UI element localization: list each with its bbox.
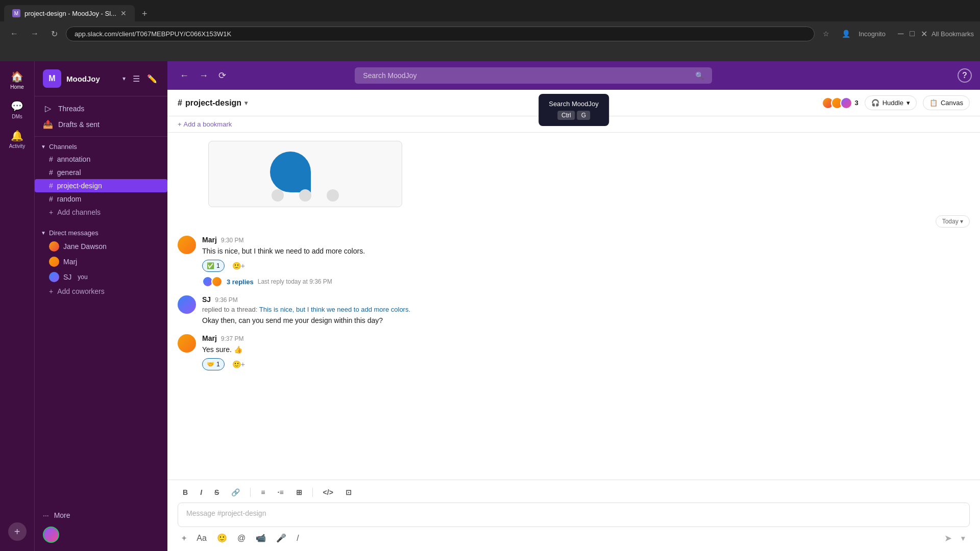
new-tab-button[interactable]: + <box>137 7 153 21</box>
user-profile[interactable] <box>35 522 167 547</box>
minimize-button[interactable]: ─ <box>898 29 903 38</box>
ordered-list-button[interactable]: ≡ <box>258 486 268 498</box>
back-nav-button[interactable]: ← <box>176 68 193 83</box>
add-reaction-button-3[interactable]: 🙂+ <box>228 358 250 370</box>
forward-button[interactable]: → <box>27 26 43 41</box>
message-2: SJ 9:36 PM replied to a thread: This is … <box>178 295 970 326</box>
message-input-box[interactable]: Message #project-design <box>178 503 970 527</box>
close-button[interactable]: ✕ <box>921 29 927 39</box>
channel-item-project-design[interactable]: # project-design <box>35 179 167 192</box>
channel-project-design-label: project-design <box>57 182 102 190</box>
sidebar-item-threads[interactable]: ▷ Threads <box>35 101 167 116</box>
threads-icon: ▷ <box>43 104 53 113</box>
font-button[interactable]: Aa <box>194 532 209 545</box>
channels-section-header[interactable]: ▼ Channels <box>35 141 167 153</box>
messages-area[interactable]: Today ▾ Marj 9:30 PM This is nice, but I… <box>167 133 980 480</box>
dm-section-header[interactable]: ▼ Direct messages <box>35 227 167 239</box>
tab-favicon: M <box>12 9 20 17</box>
sidebar-item-drafts[interactable]: 📤 Drafts & sent <box>35 116 167 132</box>
search-bar[interactable]: 🔍 <box>355 67 712 84</box>
date-divider: Today ▾ <box>178 215 970 228</box>
dm-item-marj[interactable]: Marj <box>35 254 167 269</box>
dm-item-sj[interactable]: SJ you <box>35 269 167 285</box>
address-bar[interactable]: app.slack.com/client/T067MEBPPUY/C066X15… <box>66 27 815 41</box>
add-bookmark-button[interactable]: + Add a bookmark <box>178 120 232 128</box>
input-actions: + Aa 🙂 @ 📹 🎤 / ➤ ▾ <box>178 531 970 545</box>
left-nav-activity[interactable]: 🔔 Activity <box>4 126 31 153</box>
thread-last-reply: Last reply today at 9:36 PM <box>258 278 332 285</box>
unordered-list-button[interactable]: ·≡ <box>275 486 287 498</box>
canvas-button[interactable]: 📋 Canvas <box>923 95 970 110</box>
channels-section-label: Channels <box>49 143 77 151</box>
add-coworkers-icon: + <box>49 287 53 295</box>
dm-section-label: Direct messages <box>49 229 99 237</box>
replied-link[interactable]: This is nice, but I think we need to add… <box>259 306 410 313</box>
strikethrough-button[interactable]: S <box>211 486 222 498</box>
reaction-thumbsup[interactable]: 🤝 1 <box>202 358 225 370</box>
video-button[interactable]: 📹 <box>254 531 268 545</box>
italic-button[interactable]: I <box>197 486 205 498</box>
channel-item-random[interactable]: # random <box>35 192 167 206</box>
add-coworkers-button[interactable]: + Add coworkers <box>35 285 167 298</box>
slash-button[interactable]: / <box>295 532 301 545</box>
huddle-button[interactable]: 🎧 Huddle ▾ <box>865 95 917 110</box>
add-workspace-button[interactable]: + <box>8 522 27 541</box>
channel-name: project-design <box>185 98 241 108</box>
reaction-emoji-3: 🤝 <box>207 361 214 368</box>
filter-button[interactable]: ☰ <box>131 73 142 85</box>
input-toolbar: B I S 🔗 ≡ ·≡ ⊞ </> ⊡ <box>178 486 970 498</box>
send-options-button[interactable]: ▾ <box>958 532 968 544</box>
left-nav-dms[interactable]: 💬 DMs <box>4 96 31 123</box>
channel-item-general[interactable]: # general <box>35 166 167 179</box>
maximize-button[interactable]: □ <box>910 29 915 38</box>
msg-content-3: Marj 9:37 PM Yes sure. 👍 🤝 1 🙂+ <box>202 334 970 370</box>
compose-button[interactable]: ✏️ <box>145 73 159 85</box>
reaction-checkmark[interactable]: ✅ 1 <box>202 260 225 272</box>
member-avatars[interactable]: 3 <box>822 97 858 109</box>
activity-icon: 🔔 <box>11 130 23 142</box>
dm-item-jane[interactable]: Jane Dawson <box>35 239 167 254</box>
workspace-header[interactable]: M MoodJoy ▾ ☰ ✏️ <box>35 61 167 96</box>
active-tab[interactable]: M project-design - MoodJoy - Sl... ✕ <box>4 5 135 21</box>
msg-reactions-3: 🤝 1 🙂+ <box>202 358 970 370</box>
audio-button[interactable]: 🎤 <box>274 531 288 545</box>
add-channels-button[interactable]: + Add channels <box>35 206 167 219</box>
thread-replies-1[interactable]: 3 replies Last reply today at 9:36 PM <box>202 276 970 287</box>
emoji-button[interactable]: 🙂 <box>215 531 229 545</box>
block-button[interactable]: ⊞ <box>293 486 305 498</box>
channel-chevron-icon[interactable]: ▾ <box>244 99 248 107</box>
more-button[interactable]: ··· More <box>35 508 167 522</box>
left-nav-home[interactable]: 🏠 Home <box>4 66 31 94</box>
mention-button[interactable]: @ <box>235 532 248 545</box>
bookmark-button[interactable]: ☆ <box>819 28 834 40</box>
msg-author-1: Marj <box>202 236 217 244</box>
reload-button[interactable]: ↻ <box>47 26 62 42</box>
preview-ctrl-1 <box>272 189 284 202</box>
activity-label: Activity <box>9 143 26 149</box>
thread-replies-count: 3 replies <box>227 278 254 286</box>
bold-button[interactable]: B <box>180 486 191 498</box>
sidebar-nav: ▷ Threads 📤 Drafts & sent <box>35 96 167 137</box>
help-button[interactable]: ? <box>958 68 972 83</box>
search-input[interactable] <box>363 71 691 80</box>
channel-hash: # <box>178 98 182 108</box>
dm-sj-label: SJ <box>63 273 71 281</box>
dms-label: DMs <box>12 114 22 119</box>
code-button[interactable]: </> <box>320 486 336 498</box>
history-nav-button[interactable]: ⟳ <box>214 68 230 83</box>
dm-avatar-sj <box>49 272 59 282</box>
close-tab-button[interactable]: ✕ <box>120 9 127 17</box>
forward-nav-button[interactable]: → <box>195 68 212 83</box>
date-badge[interactable]: Today ▾ <box>936 215 970 228</box>
channel-item-annotation[interactable]: # annotation <box>35 153 167 166</box>
member-count: 3 <box>854 99 858 107</box>
attach-button[interactable]: + <box>180 532 188 545</box>
send-button[interactable]: ➤ <box>944 533 952 544</box>
workspace-avatar: M <box>43 69 61 88</box>
profile-button[interactable]: 👤 <box>838 28 854 40</box>
link-button[interactable]: 🔗 <box>228 486 243 498</box>
back-button[interactable]: ← <box>6 26 22 41</box>
more-icon: ··· <box>43 511 49 519</box>
add-reaction-button-1[interactable]: 🙂+ <box>228 260 250 272</box>
table-button[interactable]: ⊡ <box>342 486 355 498</box>
